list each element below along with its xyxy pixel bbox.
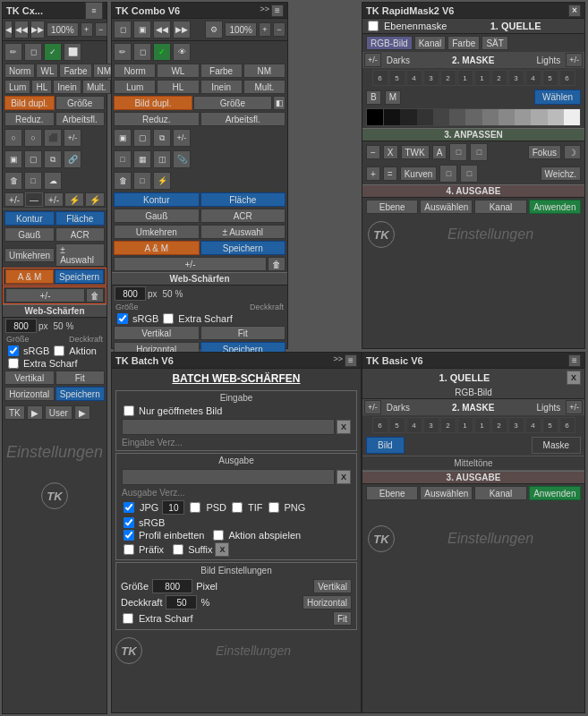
cx-copy-icon[interactable]: ⧉: [44, 150, 62, 168]
cx-horizontal-btn[interactable]: Horizontal: [4, 387, 55, 401]
cx-speichern-btn[interactable]: Speichern: [55, 269, 104, 284]
rapid-ebenenmaske-check[interactable]: [368, 21, 379, 31]
cx-icon3[interactable]: ⬛: [44, 129, 62, 147]
combo-reduz-btn[interactable]: Reduz.: [114, 112, 200, 126]
combo-hl-btn[interactable]: HL: [157, 80, 199, 94]
batch-jpg-val-input[interactable]: [162, 500, 184, 515]
basic-zone-5b[interactable]: 5: [542, 417, 558, 433]
rapid-twk-btn[interactable]: TWK: [401, 145, 430, 159]
cx-menu-icon[interactable]: ≡: [85, 2, 103, 20]
rapid-kurven-btn[interactable]: Kurven: [400, 166, 438, 181]
cx-link-icon[interactable]: 🔗: [64, 150, 81, 168]
combo-acr-btn[interactable]: ACR: [200, 209, 286, 223]
rapid-plus-btn[interactable]: +: [366, 166, 380, 181]
cx-bild-dupl-btn[interactable]: Bild dupl.: [4, 96, 55, 110]
basic-zone-4b[interactable]: 4: [525, 417, 541, 433]
rapid-kanal-tab[interactable]: Kanal: [414, 36, 447, 50]
rapid-b-btn[interactable]: B: [366, 90, 381, 105]
cx-reduz-btn[interactable]: Reduz.: [4, 112, 55, 126]
cx-user-btn[interactable]: User: [45, 405, 72, 420]
batch-nur-check[interactable]: [124, 405, 134, 416]
basic-zone-1b[interactable]: 1: [474, 417, 490, 433]
cx-gauss-btn[interactable]: Gauß: [4, 227, 55, 242]
batch-aktion-check[interactable]: [213, 530, 224, 541]
combo-nm-btn[interactable]: NM: [243, 64, 285, 78]
combo-groesse-btn[interactable]: Größe: [193, 96, 272, 110]
cx-groesse-input[interactable]: [5, 319, 37, 333]
cx-norm-btn[interactable]: Norm: [4, 64, 35, 78]
cx-extra-check[interactable]: [8, 358, 19, 369]
batch-profil-check[interactable]: [124, 530, 134, 541]
batch-menu-icon[interactable]: ≡: [345, 354, 357, 367]
cx-rect-icon[interactable]: ▢: [24, 150, 42, 168]
cx-minus-btn[interactable]: −: [95, 22, 107, 37]
batch-praefix-check[interactable]: [124, 544, 134, 555]
rapid-anwenden-btn[interactable]: Anwenden: [529, 200, 581, 214]
combo-brush-icon[interactable]: ◻: [114, 21, 132, 38]
combo-check-icon[interactable]: ✓: [153, 43, 171, 61]
rapid-eq-btn[interactable]: =: [383, 166, 397, 181]
cx-trash-icon[interactable]: 🗑: [4, 172, 22, 190]
cx-brush-icon[interactable]: ✏: [4, 43, 22, 61]
combo-clip-icon[interactable]: 📎: [173, 150, 191, 168]
combo-mult-btn[interactable]: Mult.: [243, 80, 285, 94]
basic-zone-3a[interactable]: 3: [423, 417, 439, 433]
cx-icon2[interactable]: ○: [24, 129, 42, 147]
cx-farbe-btn[interactable]: Farbe: [59, 64, 91, 78]
basic-zone-2b[interactable]: 2: [491, 417, 507, 433]
combo-am-btn[interactable]: A & M: [114, 241, 200, 255]
cx-flaeche-btn[interactable]: Fläche: [55, 211, 106, 226]
zone-6b[interactable]: 6: [559, 70, 575, 86]
combo-bild-dupl-btn[interactable]: Bild dupl.: [114, 96, 192, 110]
cx-square2-icon[interactable]: □: [24, 172, 42, 190]
cx-umkehren-btn[interactable]: Umkehren: [4, 248, 55, 262]
batch-ausgabe-x-btn[interactable]: X: [337, 470, 351, 484]
cx-pm2-btn[interactable]: +/-: [5, 288, 85, 303]
combo-eye-icon[interactable]: 👁: [173, 43, 191, 61]
combo-wl-btn[interactable]: WL: [157, 64, 199, 78]
rapid-fokus-btn[interactable]: Fokus: [528, 145, 561, 159]
combo-icon2[interactable]: ▢: [133, 129, 151, 147]
cx-prev-icon[interactable]: ◀: [4, 21, 13, 38]
rapid-sq-icon[interactable]: □: [449, 143, 467, 161]
cx-mult-btn[interactable]: Mult.: [82, 80, 111, 94]
combo-icon6[interactable]: ▦: [133, 150, 151, 168]
rapid-sq4-icon[interactable]: □: [460, 165, 478, 183]
combo-pen-icon[interactable]: ✏: [114, 43, 132, 61]
combo-trash-icon[interactable]: 🗑: [114, 172, 132, 190]
combo-icon3[interactable]: ⧉: [153, 129, 171, 147]
combo-pct-btn[interactable]: 100%: [225, 22, 257, 37]
basic-pm-btn[interactable]: +/-: [364, 400, 381, 414]
cx-arbeitsfl-btn[interactable]: Arbeitsfl.: [55, 112, 106, 126]
cx-acr-btn[interactable]: ACR: [55, 227, 106, 242]
cx-vertikal-btn[interactable]: Vertikal: [4, 371, 55, 385]
zone-4b[interactable]: 4: [525, 70, 541, 86]
cx-select-icon[interactable]: ⬜: [64, 43, 81, 61]
combo-trash2-btn[interactable]: 🗑: [268, 257, 285, 271]
rapid-waehlen-btn[interactable]: Wählen: [534, 90, 581, 105]
combo-erase-icon[interactable]: ◻: [133, 43, 151, 61]
basic-kanal-btn[interactable]: Kanal: [474, 486, 526, 500]
combo-kontur-btn[interactable]: Kontur: [114, 192, 200, 207]
basic-zone-6b[interactable]: 6: [559, 417, 575, 433]
zone-5a[interactable]: 5: [389, 70, 405, 86]
zone-3b[interactable]: 3: [508, 70, 524, 86]
cx-lightning2-btn[interactable]: ⚡: [85, 192, 105, 207]
combo-icon7[interactable]: ◫: [153, 150, 171, 168]
cx-pm-btn[interactable]: +/-: [4, 192, 24, 207]
cx-speichern3-btn[interactable]: Speichern: [55, 387, 106, 401]
combo-back-icon[interactable]: ◀◀: [153, 21, 171, 38]
rapid-x-anp-btn[interactable]: X: [383, 145, 398, 159]
zone-1b[interactable]: 1: [474, 70, 490, 86]
combo-groesse-icon[interactable]: ◧: [273, 96, 285, 110]
combo-norm-btn[interactable]: Norm: [114, 64, 156, 78]
combo-inein-btn[interactable]: Inein: [200, 80, 243, 94]
basic-anwenden-btn[interactable]: Anwenden: [529, 486, 581, 500]
combo-umkehren-btn[interactable]: Umkehren: [114, 225, 200, 239]
combo-gauss-btn[interactable]: Gauß: [114, 209, 200, 223]
cx-square-icon[interactable]: ▣: [4, 150, 22, 168]
combo-sq-icon[interactable]: □: [133, 172, 151, 190]
rapid-rgb-tab[interactable]: RGB-Bild: [366, 36, 413, 50]
batch-eingabe-input[interactable]: [122, 419, 335, 435]
rapid-auswaehlen-btn[interactable]: Auswählen: [420, 200, 473, 214]
